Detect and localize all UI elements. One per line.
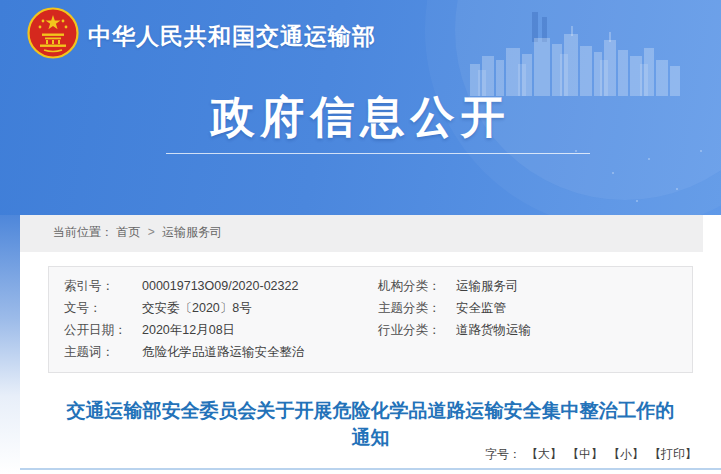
breadcrumb-prefix: 当前位置： xyxy=(53,225,113,239)
brand[interactable]: 中华人民共和国交通运输部 xyxy=(27,7,376,59)
font-size-small-button[interactable]: 【小】 xyxy=(608,447,644,461)
bottom-divider xyxy=(20,468,721,470)
breadcrumb-separator: > xyxy=(148,225,155,239)
font-size-medium-button[interactable]: 【中】 xyxy=(567,447,603,461)
document-title: 交通运输部安全委员会关于开展危险化学品道路运输安全集中整治工作的通知 xyxy=(60,397,681,451)
constellation-dot xyxy=(700,150,702,152)
font-size-toolbar: 字号：【大】【中】【小】【打印】 xyxy=(485,446,697,463)
left-gradient-strip xyxy=(0,215,20,474)
font-size-large-button[interactable]: 【大】 xyxy=(526,447,562,461)
meta-value: 危险化学品道路运输安全整治 xyxy=(142,342,305,363)
meta-field-empty xyxy=(378,342,692,363)
meta-label: 主题词： xyxy=(64,342,142,363)
constellation-dot xyxy=(612,172,614,174)
breadcrumb-band: 当前位置： 首页 > 运输服务司 xyxy=(20,215,703,252)
breadcrumb-home-link[interactable]: 首页 xyxy=(116,225,140,239)
meta-label xyxy=(378,342,456,363)
print-button[interactable]: 【打印】 xyxy=(649,447,697,461)
title-underline xyxy=(166,153,590,154)
main-content: 索引号： 000019713O09/2020-02322 机构分类： 运输服务司… xyxy=(20,252,721,474)
meta-value: 运输服务司 xyxy=(456,276,519,297)
meta-field-topic-category: 主题分类： 安全监管 xyxy=(378,298,692,319)
constellation-dot xyxy=(648,158,650,160)
page-title: 政府信息公开 xyxy=(0,88,721,147)
constellation-dot xyxy=(676,188,678,190)
meta-field-index-number: 索引号： 000019713O09/2020-02322 xyxy=(64,276,378,297)
meta-label: 主题分类： xyxy=(378,298,456,319)
font-size-label: 字号： xyxy=(485,447,521,461)
meta-field-keywords: 主题词： 危险化学品道路运输安全整治 xyxy=(64,342,378,363)
site-name: 中华人民共和国交通运输部 xyxy=(88,21,376,52)
meta-label: 行业分类： xyxy=(378,320,456,341)
document-meta-table: 索引号： 000019713O09/2020-02322 机构分类： 运输服务司… xyxy=(48,266,693,373)
meta-field-agency-category: 机构分类： 运输服务司 xyxy=(378,276,692,297)
meta-label: 文号： xyxy=(64,298,142,319)
meta-value: 000019713O09/2020-02322 xyxy=(142,276,298,297)
meta-value: 安全监管 xyxy=(456,298,506,319)
meta-label: 索引号： xyxy=(64,276,142,297)
breadcrumb-current-link[interactable]: 运输服务司 xyxy=(162,225,222,239)
meta-field-document-number: 文号： 交安委〔2020〕8号 xyxy=(64,298,378,319)
national-emblem-icon xyxy=(27,7,79,59)
meta-field-industry-category: 行业分类： 道路货物运输 xyxy=(378,320,692,341)
breadcrumb: 当前位置： 首页 > 运输服务司 xyxy=(20,215,703,249)
city-skyline-decoration xyxy=(470,8,680,100)
meta-field-publish-date: 公开日期： 2020年12月08日 xyxy=(64,320,378,341)
meta-value: 道路货物运输 xyxy=(456,320,531,341)
meta-value: 2020年12月08日 xyxy=(142,320,235,341)
constellation-dot xyxy=(575,150,577,152)
site-header: 中华人民共和国交通运输部 政府信息公开 xyxy=(0,0,721,215)
meta-label: 机构分类： xyxy=(378,276,456,297)
page: 中华人民共和国交通运输部 政府信息公开 当前位置： 首页 > 运输服务司 索引号… xyxy=(0,0,721,474)
meta-label: 公开日期： xyxy=(64,320,142,341)
constellation-dot xyxy=(636,200,638,202)
meta-value: 交安委〔2020〕8号 xyxy=(142,298,252,319)
